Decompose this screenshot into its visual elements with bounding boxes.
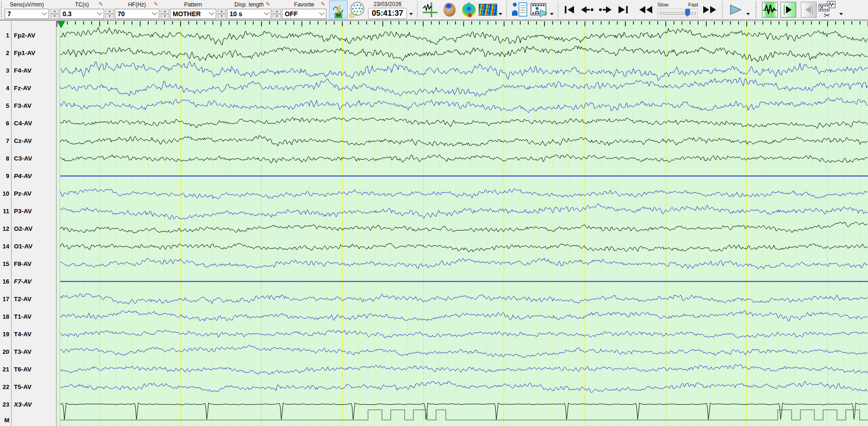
- channel-label[interactable]: T5-AV: [14, 383, 31, 390]
- channel-label[interactable]: X3-AV: [14, 401, 32, 408]
- time-constant-spin-down-button[interactable]: ▼: [106, 14, 114, 19]
- high-frequency-filter-spin-down-button[interactable]: ▼: [161, 14, 169, 19]
- channel-row-T3-AV[interactable]: 20T3-AV: [0, 343, 56, 360]
- channel-label[interactable]: Pz-AV: [14, 190, 31, 197]
- channel-row-F7-AV[interactable]: 16F7-AV: [0, 272, 56, 290]
- channel-label[interactable]: Cz-AV: [14, 137, 32, 144]
- channel-row-Fz-AV[interactable]: 4Fz-AV: [0, 79, 56, 97]
- channel-row-O1-AV[interactable]: 14O1-AV: [0, 237, 56, 255]
- event-marker-button[interactable]: [420, 0, 440, 19]
- channel-row-T2-AV[interactable]: 17T2-AV: [0, 290, 56, 308]
- favorite-combo[interactable]: Favorite✎OFF: [282, 1, 326, 19]
- channel-row-T4-AV[interactable]: 19T4-AV: [0, 325, 56, 343]
- channel-row-X3-AV[interactable]: 23X3-AV: [0, 395, 56, 413]
- channel-label[interactable]: Fp1-AV: [14, 49, 35, 56]
- channel-label[interactable]: P4-AV: [14, 173, 32, 179]
- page-forward-button[interactable]: [596, 0, 615, 19]
- page-back-button[interactable]: [578, 0, 596, 19]
- display-length-spin-down-button[interactable]: ▼: [273, 14, 281, 19]
- video-playback-button[interactable]: [529, 0, 549, 19]
- video-clip-cut-button[interactable]: ✂: [817, 0, 838, 19]
- edit-pencil-icon[interactable]: ✎: [154, 1, 158, 7]
- live-eeg-mode-button[interactable]: [762, 2, 778, 18]
- slower-button[interactable]: [636, 0, 656, 19]
- channel-label[interactable]: T4-AV: [14, 331, 31, 338]
- high-frequency-filter-spin-up-button[interactable]: ▲: [161, 9, 169, 14]
- sensitivity-spin-up-button[interactable]: ▲: [50, 9, 59, 14]
- display-length-combo[interactable]: Disp. length✎10 s: [227, 1, 271, 19]
- high-frequency-filter-combo[interactable]: HF(Hz)✎70: [115, 1, 159, 19]
- edit-pencil-icon[interactable]: ✎: [99, 1, 103, 7]
- play-dropdown-caret[interactable]: [746, 13, 750, 15]
- channel-row-T6-AV[interactable]: 21T6-AV: [0, 360, 56, 378]
- channel-label[interactable]: F8-AV: [14, 260, 31, 267]
- display-length-spin-up-button[interactable]: ▲: [273, 9, 281, 14]
- time-constant-dropdown[interactable]: 0.3: [60, 9, 104, 19]
- channel-label[interactable]: F4-AV: [14, 67, 31, 74]
- toolbar-grip[interactable]: [0, 1, 3, 19]
- channel-row-O2-AV[interactable]: 12O2-AV: [0, 220, 56, 237]
- favorite-dropdown[interactable]: OFF: [282, 9, 326, 19]
- channel-row-P3-AV[interactable]: 11P3-AV: [0, 202, 56, 220]
- sensitivity-dropdown[interactable]: 7: [5, 9, 49, 19]
- toolbar-grip[interactable]: [755, 1, 757, 19]
- sensitivity-combo[interactable]: Sens(uV/mm)7: [5, 1, 49, 19]
- channel-label[interactable]: T2-AV: [14, 296, 31, 303]
- montage-pattern-spin-up-button[interactable]: ▲: [218, 9, 226, 14]
- channel-row-P4-AV[interactable]: 9P4-AV: [0, 167, 56, 185]
- channel-label[interactable]: T1-AV: [14, 313, 31, 320]
- channel-row-Cz-AV[interactable]: 7Cz-AV: [0, 132, 56, 149]
- channel-row-Pz-AV[interactable]: 10Pz-AV: [0, 185, 56, 202]
- time-constant-spin-up-button[interactable]: ▲: [106, 9, 114, 14]
- montage-pattern-dropdown[interactable]: MOTHER: [170, 9, 216, 19]
- channel-label[interactable]: O2-AV: [14, 225, 32, 232]
- channel-row-F8-AV[interactable]: 15F8-AV: [0, 255, 56, 272]
- time-constant-combo[interactable]: TC(s)✎0.3: [60, 1, 104, 19]
- sensitivity-spin-down-button[interactable]: ▼: [50, 14, 59, 19]
- maps-dropdown-caret[interactable]: [499, 13, 502, 15]
- channel-row-Fp1-AV[interactable]: 2Fp1-AV: [0, 44, 56, 62]
- channel-row-marker[interactable]: M: [0, 411, 56, 426]
- channel-row-T1-AV[interactable]: 18T1-AV: [0, 308, 56, 325]
- channel-row-F3-AV[interactable]: 5F3-AV: [0, 97, 56, 114]
- back-disabled-button[interactable]: [801, 2, 817, 18]
- channel-label[interactable]: Fz-AV: [14, 85, 31, 92]
- go-to-end-button[interactable]: [615, 0, 631, 19]
- channel-row-C3-AV[interactable]: 8C3-AV: [0, 149, 56, 167]
- montage-pattern-spin-down-button[interactable]: ▼: [218, 14, 226, 19]
- video-dropdown-caret[interactable]: [550, 13, 554, 15]
- playback-speed-slider[interactable]: Slow Fast: [657, 2, 698, 18]
- play-button[interactable]: [725, 0, 745, 19]
- patient-info-button[interactable]: [510, 0, 529, 19]
- channel-row-C4-AV[interactable]: 6C4-AV: [0, 114, 56, 132]
- slider-track[interactable]: [657, 8, 698, 18]
- display-length-dropdown[interactable]: 10 s: [227, 9, 271, 19]
- channel-label[interactable]: C4-AV: [14, 120, 32, 127]
- high-frequency-filter-dropdown[interactable]: 70: [115, 9, 159, 19]
- channel-label[interactable]: P3-AV: [14, 208, 32, 215]
- channel-row-Fp2-AV[interactable]: 1Fp2-AV: [0, 26, 56, 44]
- head-3d-view-button[interactable]: [440, 0, 459, 19]
- edit-pencil-icon[interactable]: ✎: [321, 1, 325, 7]
- edit-pencil-icon[interactable]: ✎: [266, 1, 270, 7]
- go-to-start-button[interactable]: [561, 0, 578, 19]
- channel-label[interactable]: F7-AV: [14, 278, 31, 285]
- montage-pattern-combo[interactable]: PatternMOTHER: [170, 1, 216, 19]
- channel-label[interactable]: T3-AV: [14, 348, 31, 355]
- datetime-dropdown-caret[interactable]: [409, 13, 413, 15]
- notch-filter-50hz-button[interactable]: 50: [329, 0, 348, 19]
- channel-label[interactable]: C3-AV: [14, 155, 32, 162]
- channel-row-F4-AV[interactable]: 3F4-AV: [0, 62, 56, 79]
- channel-label[interactable]: F3-AV: [14, 102, 31, 109]
- faster-button[interactable]: [700, 0, 719, 19]
- channel-label[interactable]: T6-AV: [14, 366, 31, 373]
- channel-label[interactable]: Fp2-AV: [14, 32, 35, 39]
- topography-map-button[interactable]: [459, 0, 479, 19]
- eeg-trace-area[interactable]: [56, 21, 868, 426]
- channel-label[interactable]: O1-AV: [14, 243, 32, 250]
- channel-row-T5-AV[interactable]: 22T5-AV: [0, 378, 56, 395]
- electrode-map-settings-button[interactable]: ⚙: [348, 0, 367, 19]
- spectrogram-trend-button[interactable]: [479, 4, 497, 16]
- clip-dropdown-caret[interactable]: [839, 13, 843, 15]
- play-green-mode-button[interactable]: [781, 2, 796, 18]
